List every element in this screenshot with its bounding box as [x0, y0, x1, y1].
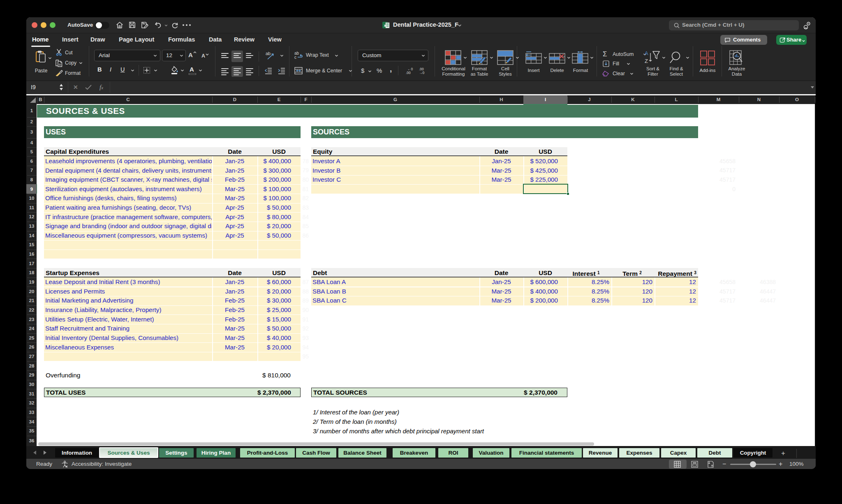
- svg-text:.00: .00: [406, 71, 411, 74]
- svg-text:Z: Z: [645, 58, 648, 64]
- svg-text:ab: ab: [266, 51, 271, 56]
- svg-text:A: A: [645, 50, 648, 56]
- svg-text:→0: →0: [419, 71, 425, 74]
- svg-text:c: c: [294, 55, 296, 59]
- svg-text:x: x: [384, 23, 386, 28]
